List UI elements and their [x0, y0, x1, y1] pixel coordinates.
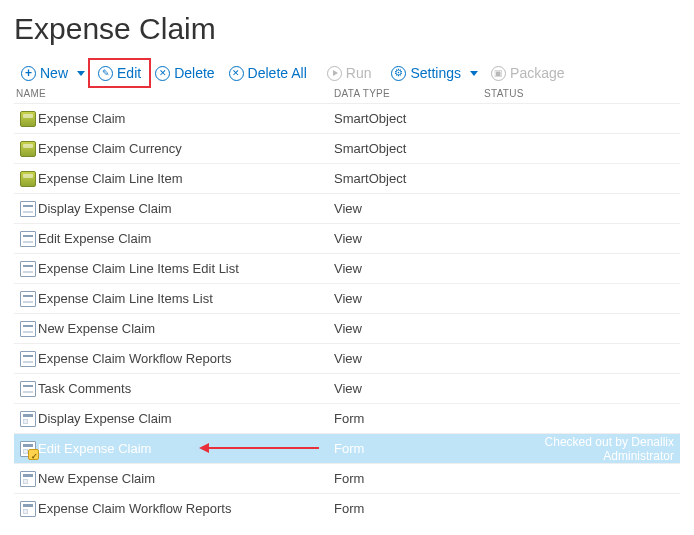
run-label: Run [346, 65, 372, 81]
col-name-header[interactable]: NAME [14, 88, 334, 99]
row-name: New Expense Claim [38, 321, 334, 336]
row-type: SmartObject [334, 111, 484, 126]
row-name: Task Comments [38, 381, 334, 396]
x-all-icon [229, 66, 244, 81]
row-type: View [334, 321, 484, 336]
row-name: Edit Expense Claim [38, 231, 334, 246]
package-label: Package [510, 65, 564, 81]
table-row[interactable]: Expense Claim Line Items Edit ListView [14, 253, 680, 283]
table-row[interactable]: Expense ClaimSmartObject [14, 103, 680, 133]
form-icon [20, 501, 36, 517]
col-status-header[interactable]: STATUS [484, 88, 680, 99]
smartobject-icon [20, 111, 36, 127]
row-type: View [334, 261, 484, 276]
row-type: View [334, 291, 484, 306]
row-name: Expense Claim Line Item [38, 171, 334, 186]
row-type: Form [334, 441, 484, 456]
delete-all-button[interactable]: Delete All [222, 62, 314, 84]
table-row[interactable]: New Expense ClaimForm [14, 463, 680, 493]
row-name: Display Expense Claim [38, 201, 334, 216]
new-dropdown[interactable] [77, 71, 85, 76]
row-name: Display Expense Claim [38, 411, 334, 426]
row-type: SmartObject [334, 141, 484, 156]
row-name: Expense Claim [38, 111, 334, 126]
form-icon [20, 471, 36, 487]
row-type: Form [334, 471, 484, 486]
settings-label: Settings [410, 65, 461, 81]
view-icon [20, 231, 36, 247]
item-list: Expense ClaimSmartObjectExpense Claim Cu… [14, 103, 680, 523]
table-row[interactable]: Display Expense ClaimView [14, 193, 680, 223]
row-type: View [334, 351, 484, 366]
table-row[interactable]: Expense Claim CurrencySmartObject [14, 133, 680, 163]
run-button[interactable]: Run [320, 62, 379, 84]
row-type: View [334, 231, 484, 246]
view-icon [20, 351, 36, 367]
table-row[interactable]: Expense Claim Line Items ListView [14, 283, 680, 313]
form-checked-out-icon [20, 441, 36, 457]
new-label: New [40, 65, 68, 81]
view-icon [20, 321, 36, 337]
row-type: SmartObject [334, 171, 484, 186]
view-icon [20, 201, 36, 217]
row-status: Checked out by Denallix Administrator [484, 435, 680, 463]
delete-button[interactable]: Delete [148, 62, 221, 84]
row-name: Edit Expense Claim [38, 441, 334, 456]
row-type: Form [334, 501, 484, 516]
view-icon [20, 381, 36, 397]
table-row[interactable]: Edit Expense ClaimView [14, 223, 680, 253]
table-row[interactable]: Expense Claim Workflow ReportsForm [14, 493, 680, 523]
settings-button[interactable]: Settings [384, 62, 468, 84]
page-title: Expense Claim [14, 12, 680, 46]
pencil-icon [98, 66, 113, 81]
row-name: Expense Claim Workflow Reports [38, 351, 334, 366]
new-button[interactable]: New [14, 62, 75, 84]
row-name: Expense Claim Line Items List [38, 291, 334, 306]
row-type: Form [334, 411, 484, 426]
smartobject-icon [20, 171, 36, 187]
row-type: View [334, 381, 484, 396]
form-icon [20, 411, 36, 427]
row-name: Expense Claim Workflow Reports [38, 501, 334, 516]
play-icon [327, 66, 342, 81]
view-icon [20, 291, 36, 307]
toolbar: New Edit Delete Delete All Run Settings … [14, 62, 680, 84]
x-icon [155, 66, 170, 81]
package-button[interactable]: Package [484, 62, 571, 84]
table-row[interactable]: Task CommentsView [14, 373, 680, 403]
edit-label: Edit [117, 65, 141, 81]
table-row[interactable]: Edit Expense ClaimFormChecked out by Den… [14, 433, 680, 463]
table-row[interactable]: Display Expense ClaimForm [14, 403, 680, 433]
settings-dropdown[interactable] [470, 71, 478, 76]
table-row[interactable]: Expense Claim Line ItemSmartObject [14, 163, 680, 193]
delete-label: Delete [174, 65, 214, 81]
view-icon [20, 261, 36, 277]
package-icon [491, 66, 506, 81]
row-name: Expense Claim Currency [38, 141, 334, 156]
table-row[interactable]: New Expense ClaimView [14, 313, 680, 343]
plus-icon [21, 66, 36, 81]
row-name: New Expense Claim [38, 471, 334, 486]
gear-icon [391, 66, 406, 81]
edit-button[interactable]: Edit [91, 62, 148, 84]
row-type: View [334, 201, 484, 216]
table-row[interactable]: Expense Claim Workflow ReportsView [14, 343, 680, 373]
delete-all-label: Delete All [248, 65, 307, 81]
smartobject-icon [20, 141, 36, 157]
column-headers: NAME DATA TYPE STATUS [14, 86, 680, 103]
col-type-header[interactable]: DATA TYPE [334, 88, 484, 99]
row-name: Expense Claim Line Items Edit List [38, 261, 334, 276]
